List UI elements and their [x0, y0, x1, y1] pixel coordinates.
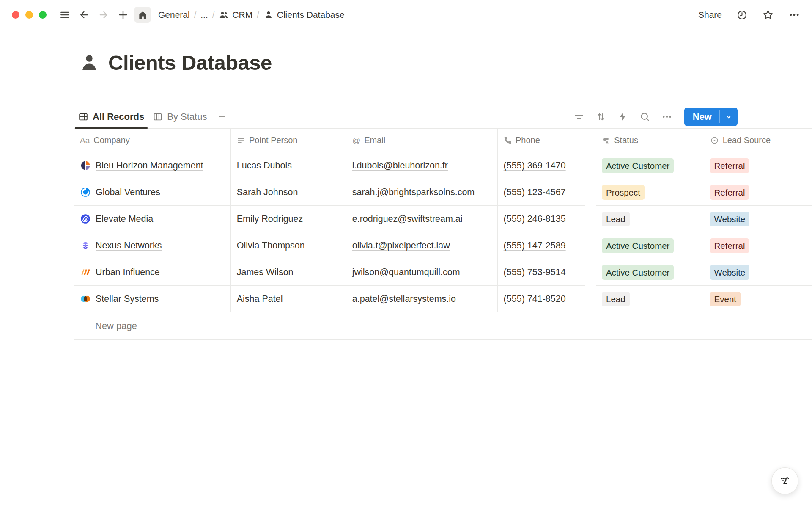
new-tab-icon[interactable] [115, 7, 131, 23]
email-link[interactable]: sarah.j@brightsparksolns.com [352, 187, 475, 198]
column-header-status[interactable]: Status [596, 129, 704, 152]
phone-cell[interactable]: (555) 246-8135 [498, 206, 586, 232]
column-header-phone[interactable]: Phone [498, 129, 585, 152]
search-icon[interactable] [637, 109, 653, 125]
email-cell[interactable]: olivia.t@pixelperfect.law [346, 232, 498, 259]
breadcrumb-item-collapsed[interactable]: ... [197, 8, 211, 22]
home-icon[interactable] [134, 7, 151, 23]
zoom-window-button[interactable] [39, 11, 47, 19]
notion-ai-face-button[interactable] [771, 467, 798, 494]
tab-by-status[interactable]: By Status [148, 105, 211, 128]
forward-icon[interactable] [96, 7, 112, 23]
company-link[interactable]: Bleu Horizon Management [96, 160, 203, 171]
point-person-cell[interactable]: Emily Rodriguez [231, 206, 346, 232]
phone-cell[interactable]: (555) 753-9514 [498, 259, 586, 286]
phone-link[interactable]: (555) 123-4567 [504, 187, 566, 198]
company-link[interactable]: Nexus Networks [96, 240, 162, 251]
email-cell[interactable]: jwilson@quantumquill.com [346, 259, 498, 286]
phone-link[interactable]: (555) 246-8135 [504, 214, 566, 224]
share-button[interactable]: Share [698, 10, 722, 20]
breadcrumb-item-clients-database[interactable]: Clients Database [260, 8, 348, 22]
phone-cell[interactable]: (555) 741-8520 [498, 286, 586, 312]
view-more-icon[interactable] [659, 109, 675, 125]
email-cell[interactable]: a.patel@stellarsystems.io [346, 286, 498, 312]
more-options-icon[interactable] [788, 9, 800, 21]
lead-source-cell[interactable]: Event [704, 286, 812, 312]
email-link[interactable]: jwilson@quantumquill.com [352, 267, 460, 278]
status-cell[interactable]: Active Customer [596, 259, 704, 286]
point-person-cell[interactable]: Aisha Patel [231, 286, 346, 312]
company-cell[interactable]: Elevate Media [74, 206, 231, 232]
page-title[interactable]: Clients Database [108, 51, 272, 75]
phone-link[interactable]: (555) 369-1470 [504, 160, 566, 171]
lead-source-cell[interactable]: Website [704, 206, 812, 232]
filter-icon[interactable] [571, 109, 587, 125]
company-cell[interactable]: Bleu Horizon Management [74, 152, 231, 179]
favorite-star-icon[interactable] [762, 9, 774, 21]
automations-zap-icon[interactable] [615, 109, 631, 125]
minimize-window-button[interactable] [25, 11, 33, 19]
table-row[interactable]: Global Ventures Sarah Johnson sarah.j@br… [74, 179, 812, 206]
company-cell[interactable]: Stellar Systems [74, 286, 231, 312]
lead-source-cell[interactable]: Website [704, 259, 812, 286]
company-link[interactable]: Global Ventures [96, 187, 160, 198]
email-link[interactable]: a.patel@stellarsystems.io [352, 294, 456, 304]
status-cell[interactable]: Prospect [596, 179, 704, 206]
breadcrumb-item-general[interactable]: General [155, 8, 193, 22]
company-cell[interactable]: Global Ventures [74, 179, 231, 206]
phone-link[interactable]: (555) 741-8520 [504, 294, 566, 304]
table-row[interactable]: Bleu Horizon Management Lucas Dubois l.d… [74, 152, 812, 179]
email-cell[interactable]: l.dubois@bleuhorizon.fr [346, 152, 498, 179]
breadcrumb-item-crm[interactable]: CRM [215, 8, 256, 22]
email-link[interactable]: olivia.t@pixelperfect.law [352, 240, 450, 251]
email-link[interactable]: l.dubois@bleuhorizon.fr [352, 160, 448, 171]
new-page-row[interactable]: New page [74, 312, 812, 340]
plus-icon [80, 321, 90, 331]
phone-link[interactable]: (555) 147-2589 [504, 240, 566, 251]
column-header-company[interactable]: Aa Company [74, 129, 231, 152]
close-window-button[interactable] [12, 11, 19, 19]
status-cell[interactable]: Lead [596, 206, 704, 232]
window-controls [12, 11, 47, 19]
email-link[interactable]: e.rodriguez@swiftstream.ai [352, 214, 463, 224]
tab-all-records[interactable]: All Records [74, 105, 148, 128]
lead-source-cell[interactable]: Referral [704, 152, 812, 179]
company-link[interactable]: Urban Influence [96, 267, 160, 278]
sort-icon[interactable] [593, 109, 609, 125]
new-record-dropdown-chevron-icon[interactable] [720, 108, 738, 126]
phone-cell[interactable]: (555) 147-2589 [498, 232, 586, 259]
sidebar-toggle-icon[interactable] [57, 7, 73, 23]
frozen-columns-divider[interactable] [636, 129, 636, 312]
new-record-button[interactable]: New [684, 108, 738, 126]
phone-cell[interactable]: (555) 369-1470 [498, 152, 586, 179]
status-cell[interactable]: Active Customer [596, 152, 704, 179]
clock-icon[interactable] [736, 9, 748, 21]
table-row[interactable]: Urban Influence James Wilson jwilson@qua… [74, 259, 812, 286]
phone-link[interactable]: (555) 753-9514 [504, 267, 566, 278]
page-icon-person[interactable] [79, 52, 100, 73]
add-view-icon[interactable] [217, 112, 227, 122]
column-header-point-person[interactable]: Point Person [231, 129, 346, 152]
table-row[interactable]: Elevate Media Emily Rodriguez e.rodrigue… [74, 206, 812, 232]
status-cell[interactable]: Active Customer [596, 232, 704, 259]
point-person-cell[interactable]: Olivia Thompson [231, 232, 346, 259]
lead-source-cell[interactable]: Referral [704, 232, 812, 259]
lead-source-cell[interactable]: Referral [704, 179, 812, 206]
point-person-cell[interactable]: Lucas Dubois [231, 152, 346, 179]
point-person-cell[interactable]: James Wilson [231, 259, 346, 286]
company-link[interactable]: Stellar Systems [96, 294, 159, 304]
column-header-email[interactable]: @ Email [346, 129, 498, 152]
column-header-lead-source[interactable]: Lead Source [704, 129, 812, 152]
company-cell[interactable]: Urban Influence [74, 259, 231, 286]
table-row[interactable]: Stellar Systems Aisha Patel a.patel@stel… [74, 286, 812, 312]
company-cell[interactable]: Nexus Networks [74, 232, 231, 259]
email-cell[interactable]: sarah.j@brightsparksolns.com [346, 179, 498, 206]
phone-cell[interactable]: (555) 123-4567 [498, 179, 586, 206]
company-link[interactable]: Elevate Media [96, 214, 153, 224]
table-header-row: Aa Company Point Person @ Email Phone St… [74, 129, 812, 152]
point-person-cell[interactable]: Sarah Johnson [231, 179, 346, 206]
email-cell[interactable]: e.rodriguez@swiftstream.ai [346, 206, 498, 232]
status-cell[interactable]: Lead [596, 286, 704, 312]
back-icon[interactable] [76, 7, 92, 23]
table-row[interactable]: Nexus Networks Olivia Thompson olivia.t@… [74, 232, 812, 259]
